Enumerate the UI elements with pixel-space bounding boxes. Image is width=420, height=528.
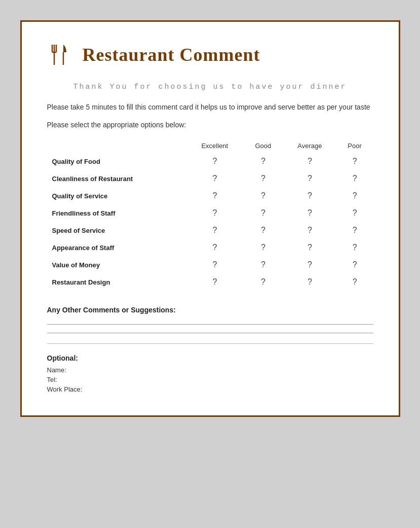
check-cell[interactable]: ? (243, 273, 283, 291)
optional-field: Work Place: (47, 385, 373, 393)
table-row: Restaurant Design???? (47, 273, 373, 291)
check-cell[interactable]: ? (186, 153, 243, 170)
optional-field: Name: (47, 366, 373, 374)
check-cell[interactable]: ? (336, 153, 373, 170)
comment-line-2 (47, 333, 373, 333)
col-header-average: Average (283, 139, 336, 153)
check-cell[interactable]: ? (283, 153, 336, 170)
fork-knife-icon (47, 42, 72, 67)
check-cell[interactable]: ? (283, 273, 336, 291)
check-cell[interactable]: ? (243, 239, 283, 256)
check-cell[interactable]: ? (283, 256, 336, 273)
optional-title: Optional: (47, 354, 373, 362)
col-header-good: Good (243, 139, 283, 153)
check-cell[interactable]: ? (336, 239, 373, 256)
check-cell[interactable]: ? (283, 187, 336, 204)
row-label: Appearance of Staff (47, 239, 187, 256)
check-cell[interactable]: ? (283, 170, 336, 187)
table-row: Value of Money???? (47, 256, 373, 273)
check-cell[interactable]: ? (186, 273, 243, 291)
table-row: Quality of Service???? (47, 187, 373, 204)
check-cell[interactable]: ? (336, 273, 373, 291)
table-row: Friendliness of Staff???? (47, 204, 373, 222)
check-cell[interactable]: ? (283, 204, 336, 222)
check-cell[interactable]: ? (336, 222, 373, 239)
check-cell[interactable]: ? (336, 170, 373, 187)
table-row: Appearance of Staff???? (47, 239, 373, 256)
check-cell[interactable]: ? (243, 204, 283, 222)
comments-section: Any Other Comments or Suggestions: (47, 306, 373, 333)
check-cell[interactable]: ? (243, 256, 283, 273)
rating-table: Excellent Good Average Poor Quality of F… (47, 139, 373, 291)
row-label: Friendliness of Staff (47, 204, 187, 222)
page-title: Restaurant Comment (83, 44, 260, 65)
section-divider (47, 343, 373, 344)
check-cell[interactable]: ? (336, 204, 373, 222)
description-text: Please take 5 minutes to fill this comme… (47, 101, 373, 113)
header: Restaurant Comment (47, 42, 373, 67)
col-header-excellent: Excellent (186, 139, 243, 153)
check-cell[interactable]: ? (243, 153, 283, 170)
row-label: Quality of Food (47, 153, 187, 170)
check-cell[interactable]: ? (186, 222, 243, 239)
check-cell[interactable]: ? (243, 187, 283, 204)
col-header-poor: Poor (336, 139, 373, 153)
table-row: Speed of Service???? (47, 222, 373, 239)
check-cell[interactable]: ? (336, 256, 373, 273)
thank-you-text: Thank You for choosing us to have your d… (47, 83, 373, 91)
table-row: Quality of Food???? (47, 153, 373, 170)
row-label: Quality of Service (47, 187, 187, 204)
check-cell[interactable]: ? (186, 239, 243, 256)
check-cell[interactable]: ? (186, 204, 243, 222)
row-label: Cleanliness of Restaurant (47, 170, 187, 187)
col-header-label (47, 139, 187, 153)
check-cell[interactable]: ? (186, 187, 243, 204)
table-header-row: Excellent Good Average Poor (47, 139, 373, 153)
row-label: Speed of Service (47, 222, 187, 239)
table-row: Cleanliness of Restaurant???? (47, 170, 373, 187)
check-cell[interactable]: ? (243, 222, 283, 239)
optional-field: Tel: (47, 376, 373, 383)
check-cell[interactable]: ? (283, 239, 336, 256)
comments-label: Any Other Comments or Suggestions: (47, 306, 373, 314)
check-cell[interactable]: ? (243, 170, 283, 187)
page-container: Restaurant Comment Thank You for choosin… (20, 20, 400, 417)
row-label: Value of Money (47, 256, 187, 273)
instructions-text: Please select the appropriate options be… (47, 121, 373, 129)
comment-line-1 (47, 324, 373, 325)
check-cell[interactable]: ? (186, 256, 243, 273)
check-cell[interactable]: ? (283, 222, 336, 239)
optional-section: Optional: Name:Tel:Work Place: (47, 354, 373, 393)
check-cell[interactable]: ? (336, 187, 373, 204)
check-cell[interactable]: ? (186, 170, 243, 187)
row-label: Restaurant Design (47, 273, 187, 291)
